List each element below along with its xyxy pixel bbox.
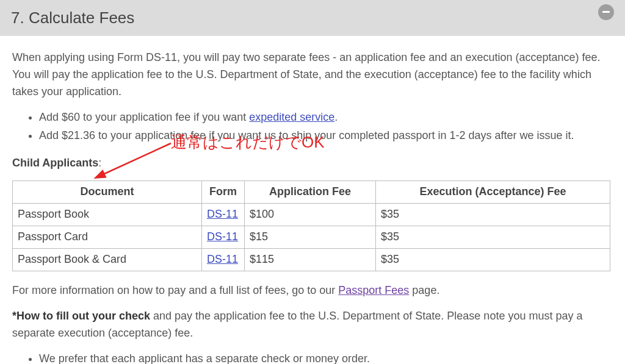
cell-document: Passport Card (13, 226, 202, 249)
cell-exec-fee: $35 (376, 249, 610, 271)
fees-table: Document Form Application Fee Execution … (12, 180, 610, 271)
form-link[interactable]: DS-11 (207, 208, 238, 220)
child-applicants-label: Child Applicants: (12, 155, 613, 172)
form-link[interactable]: DS-11 (207, 230, 238, 243)
check-paragraph: *How to fill out your check and pay the … (12, 308, 613, 342)
col-document: Document (13, 181, 202, 204)
cell-app-fee: $115 (245, 249, 376, 271)
cell-app-fee: $100 (245, 204, 376, 226)
list-item: Add $21.36 to your application fee if yo… (39, 127, 613, 145)
intro-paragraph: When applying using Form DS-11, you will… (12, 49, 613, 101)
expedited-service-link[interactable]: expedited service (249, 111, 334, 123)
section-header[interactable]: 7. Calculate Fees (0, 0, 625, 36)
col-app-fee: Application Fee (245, 181, 376, 204)
bottom-bullet-list: We prefer that each applicant has a sepa… (12, 351, 613, 364)
collapse-icon[interactable] (598, 4, 614, 20)
list-item: Add $60 to your application fee if you w… (39, 109, 613, 126)
cell-document: Passport Book (13, 204, 202, 226)
check-heading: *How to fill out your check (12, 310, 150, 322)
col-exec-fee: Execution (Acceptance) Fee (376, 181, 610, 204)
list-item: We prefer that each applicant has a sepa… (39, 351, 613, 364)
form-link[interactable]: DS-11 (207, 253, 238, 265)
table-row: Passport Book DS-11 $100 $35 (13, 204, 610, 226)
top-bullet-list: Add $60 to your application fee if you w… (12, 109, 613, 145)
table-row: Passport Book & Card DS-11 $115 $35 (13, 249, 610, 271)
cell-exec-fee: $35 (376, 204, 610, 226)
cell-document: Passport Book & Card (13, 249, 202, 271)
table-row: Passport Card DS-11 $15 $35 (13, 226, 610, 249)
cell-app-fee: $15 (245, 226, 376, 249)
table-header-row: Document Form Application Fee Execution … (13, 181, 610, 204)
section-title: 7. Calculate Fees (11, 9, 134, 27)
cell-exec-fee: $35 (376, 226, 610, 249)
col-form: Form (202, 181, 245, 204)
content-area: When applying using Form DS-11, you will… (0, 36, 625, 364)
passport-fees-link[interactable]: Passport Fees (338, 284, 409, 296)
more-info-paragraph: For more information on how to pay and a… (12, 282, 613, 299)
